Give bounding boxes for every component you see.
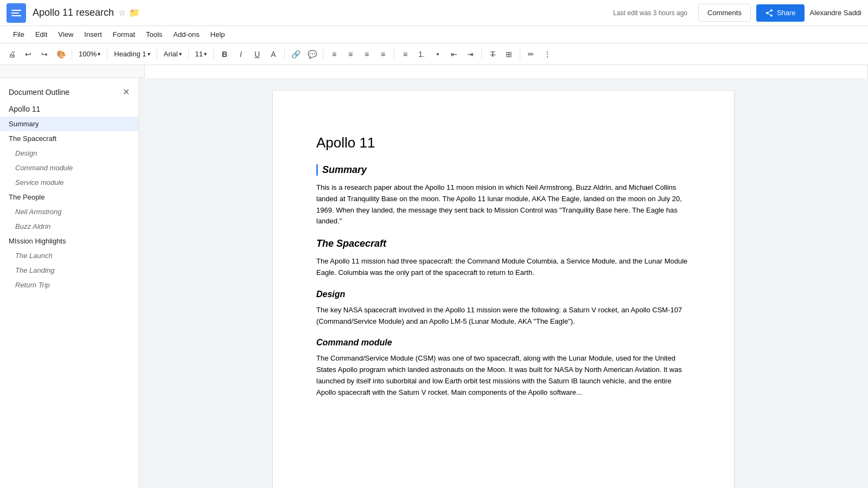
comment-button[interactable]: 💬: [304, 47, 320, 62]
document-area: Apollo 11 Summary This is a research pap…: [139, 78, 868, 488]
menu-file[interactable]: File: [9, 28, 29, 41]
title-icons: ☆ 📁: [118, 8, 140, 18]
user-name: Alexandre Saddi: [810, 9, 861, 17]
menu-format[interactable]: Format: [108, 28, 139, 41]
decrease-indent[interactable]: ⇤: [446, 47, 462, 62]
outline-item-buzz[interactable]: Buzz Aldrin: [0, 219, 138, 234]
divider-7: [323, 49, 323, 60]
command-module-heading: Command module: [316, 338, 691, 348]
folder-icon[interactable]: 📁: [129, 8, 140, 18]
table-insert[interactable]: ⊞: [501, 47, 516, 62]
outline-item-summary[interactable]: Summary: [0, 117, 138, 131]
divider-1: [72, 49, 72, 60]
font-value: Arial: [164, 50, 178, 58]
content-area: Document Outline ✕ Apollo 11 Summary The…: [0, 78, 868, 488]
divider-10: [520, 49, 520, 60]
paint-format-button[interactable]: 🎨: [53, 47, 68, 62]
undo-button[interactable]: ↩: [21, 47, 36, 62]
print-button[interactable]: 🖨: [4, 47, 20, 62]
section-spacecraft: The Spacecraft The Apollo 11 mission had…: [316, 238, 691, 279]
top-bar-right: Last edit was 3 hours ago Comments Share…: [613, 4, 861, 22]
align-justify[interactable]: ≡: [375, 47, 391, 62]
clear-format[interactable]: T̶: [485, 47, 500, 62]
align-center[interactable]: ≡: [343, 47, 358, 62]
last-edit-label: Last edit was 3 hours ago: [613, 9, 687, 17]
size-dropdown[interactable]: 11 ▾: [192, 47, 210, 62]
outline-item-spacecraft[interactable]: The Spacecraft: [0, 131, 138, 146]
sidebar-header: Document Outline ✕: [0, 78, 138, 101]
zoom-chevron: ▾: [98, 51, 100, 57]
style-chevron: ▾: [148, 51, 150, 57]
increase-indent[interactable]: ⇥: [463, 47, 478, 62]
italic-button[interactable]: I: [233, 47, 248, 62]
spacecraft-heading: The Spacecraft: [316, 238, 691, 249]
section-design: Design The key NASA spacecraft involved …: [316, 290, 691, 328]
size-value: 11: [195, 50, 203, 58]
summary-heading: Summary: [322, 164, 691, 176]
outline-item-service-module[interactable]: Service module: [0, 175, 138, 190]
share-label: Share: [777, 9, 796, 17]
outline-item-neil[interactable]: Neil Armstrong: [0, 204, 138, 219]
menu-edit[interactable]: Edit: [31, 28, 52, 41]
outline-item-people[interactable]: The People: [0, 190, 138, 204]
outline-item-command-module[interactable]: Command module: [0, 160, 138, 175]
app-icon[interactable]: [7, 3, 26, 23]
underline-button[interactable]: U: [250, 47, 265, 62]
ruler-inner: [144, 65, 868, 78]
spacecraft-body: The Apollo 11 mission had three spacecra…: [316, 256, 691, 279]
ruler: [0, 65, 868, 78]
zoom-dropdown[interactable]: 100% ▾: [75, 47, 104, 62]
numbered-list-button[interactable]: 1.: [414, 47, 429, 62]
zoom-value: 100%: [79, 50, 97, 58]
outline-item-design[interactable]: Design: [0, 146, 138, 160]
command-module-body: The Command/Service Module (CSM) was one…: [316, 353, 691, 398]
summary-body: This is a research paper about the Apoll…: [316, 182, 691, 227]
menu-help[interactable]: Help: [206, 28, 229, 41]
font-dropdown[interactable]: Arial ▾: [161, 47, 185, 62]
edit-mode-button[interactable]: ✏: [524, 47, 539, 62]
share-icon: [765, 9, 774, 17]
comments-button[interactable]: Comments: [698, 4, 751, 22]
toolbar: 🖨 ↩ ↪ 🎨 100% ▾ Heading 1 ▾ Arial ▾ 11 ▾ …: [0, 43, 868, 65]
doc-title-heading: Apollo 11: [316, 134, 691, 151]
divider-5: [213, 49, 214, 60]
document-page: Apollo 11 Summary This is a research pap…: [273, 91, 734, 488]
redo-button[interactable]: ↪: [37, 47, 52, 62]
menu-insert[interactable]: Insert: [80, 28, 106, 41]
outline-item-mission-highlights[interactable]: MIssion Highlights: [0, 234, 138, 248]
divider-9: [481, 49, 482, 60]
menu-addons[interactable]: Add-ons: [169, 28, 203, 41]
outline-item-return[interactable]: Return Trip: [0, 278, 138, 292]
divider-4: [188, 49, 189, 60]
align-right[interactable]: ≡: [359, 47, 374, 62]
menu-tools[interactable]: Tools: [142, 28, 167, 41]
style-dropdown[interactable]: Heading 1 ▾: [111, 47, 153, 62]
divider-6: [284, 49, 285, 60]
menu-bar: File Edit View Insert Format Tools Add-o…: [0, 26, 868, 43]
align-left[interactable]: ≡: [327, 47, 342, 62]
expand-toolbar[interactable]: ⋮: [540, 47, 555, 62]
top-bar: Apollo 11 research ☆ 📁 Last edit was 3 h…: [0, 0, 868, 26]
outline-item-landing[interactable]: The Landing: [0, 263, 138, 278]
section-summary: Summary This is a research paper about t…: [316, 164, 691, 227]
design-heading: Design: [316, 290, 691, 299]
line-spacing-button[interactable]: ≡: [398, 47, 413, 62]
menu-view[interactable]: View: [54, 28, 78, 41]
text-color-button[interactable]: A: [266, 47, 281, 62]
sidebar-title: Document Outline: [9, 88, 69, 97]
link-button[interactable]: 🔗: [288, 47, 303, 62]
document-outline-sidebar: Document Outline ✕ Apollo 11 Summary The…: [0, 78, 139, 488]
style-value: Heading 1: [114, 50, 146, 58]
outline-item-apollo11[interactable]: Apollo 11: [0, 101, 138, 117]
outline-item-launch[interactable]: The Launch: [0, 248, 138, 263]
share-button[interactable]: Share: [756, 4, 805, 22]
font-chevron: ▾: [179, 51, 182, 57]
divider-8: [394, 49, 394, 60]
section-command-module: Command module The Command/Service Modul…: [316, 338, 691, 398]
size-chevron: ▾: [204, 51, 207, 57]
bold-button[interactable]: B: [217, 47, 232, 62]
bullet-list-button[interactable]: •: [430, 47, 445, 62]
close-outline-button[interactable]: ✕: [123, 87, 130, 97]
star-icon[interactable]: ☆: [118, 8, 126, 18]
doc-title: Apollo 11 research: [33, 7, 114, 18]
